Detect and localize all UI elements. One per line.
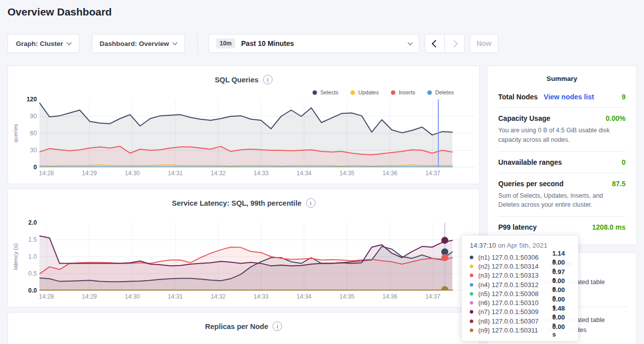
graph-selector-label: Graph: Cluster [16, 40, 63, 47]
node-address: (n6) 127.0.0.1:50310 [478, 299, 552, 307]
legend-item-updates: Updates [350, 89, 379, 95]
summary-row-capacity-usage: Capacity Usage 0.00% You are using 0 B o… [498, 107, 626, 151]
node-address: (n7) 127.0.0.1:50309 [478, 308, 552, 316]
x-tick-label: 14:30 [125, 293, 140, 300]
summary-row-unavailable-ranges: Unavailable ranges 0 [498, 151, 626, 173]
y-axis-ticks: 2.0 1.5 1.0 0.5 0.0 [17, 219, 37, 294]
summary-value: 1208.0 ms [592, 223, 626, 231]
dashboard-selector-label: Dashboard: Overview [100, 40, 169, 47]
summary-label: Capacity Usage [498, 114, 550, 122]
x-tick-label: 14:34 [297, 293, 312, 300]
x-tick-label: 14:28 [39, 170, 54, 177]
dashboard-selector-dropdown[interactable]: Dashboard: Overview [92, 34, 185, 53]
x-axis-ticks: 14:2814:2914:3014:3114:3214:3314:3414:35… [39, 293, 475, 301]
chart-panel-replicas-per-node: Replicas per Node i [7, 312, 480, 344]
legend-item-inserts: Inserts [391, 89, 415, 95]
x-tick-label: 14:36 [382, 293, 397, 300]
series-color-dot [391, 90, 395, 95]
x-tick-label: 14:37 [425, 293, 440, 300]
x-tick-label: 14:33 [254, 170, 269, 177]
time-prev-button[interactable] [425, 34, 445, 53]
legend-item-deletes: Deletes [427, 89, 454, 95]
graph-selector-dropdown[interactable]: Graph: Cluster [7, 34, 79, 53]
node-color-dot [470, 320, 473, 323]
plot-area[interactable] [39, 223, 475, 291]
summary-row-queries-per-second: Queries per second 87.5 Sum of Selects, … [498, 173, 626, 217]
x-tick-label: 14:32 [211, 293, 226, 300]
plot-area[interactable] [39, 99, 475, 167]
x-tick-label: 14:33 [254, 293, 269, 300]
x-tick-label: 14:34 [297, 170, 312, 177]
series-color-dot [313, 90, 317, 95]
x-tick-label: 14:28 [39, 293, 54, 300]
chevron-down-icon [408, 40, 413, 45]
controls-divider [197, 34, 198, 53]
chevron-down-icon [67, 40, 72, 45]
time-range-badge: 10m [216, 38, 235, 48]
node-address: (n1) 127.0.0.1:50306 [478, 254, 552, 261]
chart-legend: Selects Updates Inserts Deletes [313, 89, 454, 95]
chart-title: SQL Queries [215, 76, 259, 84]
sql-queries-plot[interactable] [39, 99, 475, 167]
chevron-down-icon [173, 40, 178, 45]
summary-value: 0.00% [606, 114, 626, 122]
node-address: (n8) 127.0.0.1:50307 [478, 318, 552, 325]
now-button[interactable]: Now [470, 34, 498, 53]
info-icon[interactable]: i [306, 198, 316, 208]
node-color-dot [470, 256, 473, 259]
node-color-dot [470, 265, 473, 268]
node-latency: 0.00 s [552, 323, 570, 338]
dashboard-controls: Graph: Cluster Dashboard: Overview 10m P… [7, 34, 637, 53]
tooltip-timestamp: 14:37:10 on Apr 5th, 2021 [470, 242, 570, 249]
summary-title: Summary [498, 75, 626, 82]
summary-note: You are using 0 B of 4.5 GiB usable disk… [498, 126, 626, 145]
summary-panel: Summary Total Nodes View nodes list 9 Ca… [487, 65, 637, 245]
series-color-dot [427, 90, 432, 95]
chevron-right-icon [450, 39, 458, 47]
x-tick-label: 14:29 [82, 293, 97, 300]
node-color-dot [470, 274, 473, 277]
service-latency-plot[interactable] [39, 223, 475, 291]
summary-row-p99-latency: P99 latency 1208.0 ms [498, 216, 626, 238]
node-color-dot [470, 292, 473, 296]
chevron-left-icon [432, 39, 440, 47]
x-tick-label: 14:35 [339, 170, 354, 177]
summary-label: Queries per second [498, 180, 564, 188]
x-axis-ticks: 14:2814:2914:3014:3114:3214:3314:3414:35… [39, 170, 475, 178]
view-nodes-link[interactable]: View nodes list [544, 93, 594, 101]
x-tick-label: 14:37 [425, 170, 440, 177]
chart-title: Replicas per Node [205, 323, 269, 331]
x-tick-label: 14:30 [125, 170, 140, 177]
x-tick-label: 14:29 [82, 170, 97, 177]
chart-panel-sql-queries: SQL Queries i Selects Updates Inserts De… [7, 65, 480, 184]
time-range-selector[interactable]: 10m Past 10 Minutes [209, 34, 419, 53]
series-color-dot [350, 90, 355, 95]
node-color-dot [470, 301, 473, 305]
chart-title: Service Latency: SQL, 99th percentile [172, 199, 302, 207]
summary-label: Unavailable ranges [498, 158, 562, 166]
legend-item-selects: Selects [313, 89, 338, 95]
x-tick-label: 14:31 [168, 293, 183, 300]
node-color-dot [470, 329, 473, 332]
summary-value: 87.5 [612, 180, 626, 188]
chart-hover-tooltip: 14:37:10 on Apr 5th, 2021 (n1) 127.0.0.1… [462, 236, 578, 341]
node-address: (n4) 127.0.0.1:50312 [478, 281, 552, 289]
summary-value: 0 [622, 158, 626, 166]
node-color-dot [470, 283, 473, 287]
summary-label: Total Nodes [498, 93, 538, 101]
node-address: (n2) 127.0.0.1:50314 [478, 263, 552, 270]
summary-note: Sum of Selects, Updates, Inserts, and De… [498, 191, 626, 210]
x-tick-label: 14:35 [339, 293, 354, 300]
info-icon[interactable]: i [273, 322, 282, 331]
tooltip-row: (n9) 127.0.0.1:50311 0.00 s [470, 326, 570, 335]
summary-value: 9 [622, 93, 626, 101]
page-title: Overview Dashboard [7, 6, 112, 18]
node-address: (n5) 127.0.0.1:50308 [478, 290, 552, 298]
x-tick-label: 14:31 [168, 170, 183, 177]
summary-row-total-nodes: Total Nodes View nodes list 9 [498, 86, 626, 107]
time-next-button[interactable] [445, 34, 465, 53]
info-icon[interactable]: i [263, 75, 273, 84]
x-tick-label: 14:32 [211, 170, 226, 177]
node-address: (n9) 127.0.0.1:50311 [478, 327, 552, 334]
chart-panel-service-latency: Service Latency: SQL, 99th percentile i … [7, 189, 480, 308]
